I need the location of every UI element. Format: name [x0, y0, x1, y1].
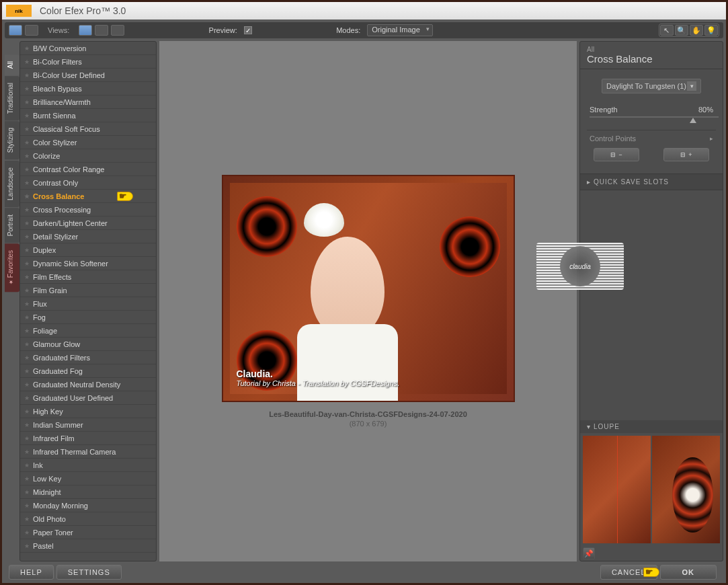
strength-value: 80%: [698, 106, 713, 114]
view-split-icon[interactable]: [95, 25, 108, 36]
remove-control-point-button[interactable]: ⊟−: [594, 148, 639, 161]
app-title: Color Efex Pro™ 3.0: [40, 5, 126, 16]
category-tab-landscape[interactable]: Landscape: [5, 161, 19, 207]
filter-item[interactable]: Cross Balance: [20, 190, 156, 203]
filter-item[interactable]: Film Grain: [20, 284, 156, 297]
settings-title: Cross Balance: [587, 53, 716, 65]
filter-item[interactable]: Color Stylizer: [20, 136, 156, 149]
filter-item[interactable]: Darken/Lighten Center: [20, 217, 156, 230]
triangle-right-icon: ▸: [587, 178, 591, 186]
filter-item[interactable]: Fog: [20, 311, 156, 324]
filter-item[interactable]: Ink: [20, 459, 156, 472]
zoom-tool-icon[interactable]: 🔍: [675, 25, 688, 36]
expand-icon[interactable]: ▸: [710, 135, 713, 142]
category-tab-all[interactable]: All: [5, 54, 19, 75]
filter-item[interactable]: Brilliance/Warmth: [20, 95, 156, 109]
quick-save-slots-header[interactable]: ▸ QUICK SAVE SLOTS: [580, 173, 723, 190]
preview-checkbox[interactable]: [244, 26, 252, 34]
loupe-after: [652, 436, 720, 543]
pointer-hand-icon: [643, 568, 659, 577]
app-chrome: Views: Preview: Modes: Original Image ↖ …: [2, 20, 726, 583]
slider-thumb-icon[interactable]: [690, 118, 696, 123]
filter-item[interactable]: Graduated Fog: [20, 364, 156, 378]
thumb-mode-2-icon[interactable]: [25, 25, 38, 36]
filter-item[interactable]: Contrast Only: [20, 176, 156, 190]
filter-item[interactable]: Bi-Color Filters: [20, 55, 156, 69]
image-filename: Les-Beautiful-Day-van-Christa-CGSFDesign…: [269, 410, 467, 418]
pointer-hand-icon: [117, 192, 133, 201]
light-tool-icon[interactable]: 💡: [704, 25, 718, 36]
app-window: nik Color Efex Pro™ 3.0 Views: Preview: …: [0, 0, 728, 585]
pointer-tool-icon[interactable]: ↖: [660, 25, 674, 36]
filter-item[interactable]: Monday Morning: [20, 499, 156, 512]
filter-item[interactable]: Bleach Bypass: [20, 82, 156, 95]
category-tabs: AllTraditionalStylizingLandscapePortrait…: [5, 41, 19, 561]
filter-item[interactable]: Infrared Film: [20, 432, 156, 445]
strength-label: Strength: [590, 106, 618, 114]
filter-item[interactable]: Foliage: [20, 324, 156, 338]
control-points-label: Control Points: [590, 134, 636, 143]
title-bar: nik Color Efex Pro™ 3.0: [2, 2, 726, 20]
filter-item[interactable]: Contrast Color Range: [20, 163, 156, 176]
settings-header: All Cross Balance: [580, 42, 723, 69]
help-button[interactable]: HELP: [9, 565, 54, 580]
filter-item[interactable]: Classical Soft Focus: [20, 122, 156, 136]
filter-item[interactable]: Dynamic Skin Softener: [20, 257, 156, 270]
filter-item[interactable]: Bi-Color User Defined: [20, 69, 156, 82]
app-body: AllTraditionalStylizingLandscapePortrait…: [5, 41, 723, 561]
filter-item[interactable]: Graduated User Defined: [20, 391, 156, 405]
filter-item[interactable]: Glamour Glow: [20, 338, 156, 351]
filter-list[interactable]: B/W ConversionBi-Color FiltersBi-Color U…: [19, 41, 157, 561]
loupe-header[interactable]: ▾ LOUPE: [580, 420, 723, 433]
pan-tool-icon[interactable]: ✋: [690, 25, 703, 36]
category-tab-traditional[interactable]: Traditional: [5, 76, 19, 120]
modes-dropdown[interactable]: Original Image: [367, 24, 433, 36]
filter-item[interactable]: Graduated Neutral Density: [20, 378, 156, 391]
settings-category: All: [587, 46, 716, 53]
method-dropdown[interactable]: Daylight To Tungsten (1) ▾: [602, 79, 701, 93]
loupe-view[interactable]: [580, 433, 723, 546]
filter-item[interactable]: Indian Summer: [20, 418, 156, 432]
filter-item[interactable]: Old Photo: [20, 512, 156, 526]
filter-item[interactable]: Infrared Thermal Camera: [20, 445, 156, 459]
modes-label: Modes:: [336, 26, 360, 34]
thumbnail-mode-group: [9, 25, 38, 36]
preview-label: Preview:: [209, 26, 237, 34]
chevron-down-icon: ▾: [687, 81, 696, 91]
filter-item[interactable]: Burnt Sienna: [20, 109, 156, 122]
top-toolbar: Views: Preview: Modes: Original Image ↖ …: [5, 22, 723, 38]
method-value: Daylight To Tungsten (1): [606, 82, 686, 90]
filter-item[interactable]: Film Effects: [20, 270, 156, 284]
thumb-mode-1-icon[interactable]: [9, 25, 22, 36]
views-group: [79, 25, 124, 36]
filter-item[interactable]: High Key: [20, 405, 156, 418]
settings-controls: Daylight To Tungsten (1) ▾ Strength 80% …: [580, 69, 723, 173]
filter-item[interactable]: Graduated Filters: [20, 351, 156, 364]
settings-panel: All Cross Balance Daylight To Tungsten (…: [579, 41, 723, 561]
watermark-overlay: claudia: [536, 243, 624, 290]
settings-button[interactable]: SETTINGS: [56, 565, 122, 580]
filter-item[interactable]: B/W Conversion: [20, 42, 156, 55]
category-tab-stylizing[interactable]: Stylizing: [5, 121, 19, 159]
pin-loupe-button[interactable]: 📌: [583, 547, 595, 559]
filter-item[interactable]: Flux: [20, 297, 156, 311]
filter-item[interactable]: Low Key: [20, 472, 156, 485]
filter-item[interactable]: Paper Toner: [20, 526, 156, 539]
category-tab-portrait[interactable]: Portrait: [5, 208, 19, 243]
filter-item[interactable]: Duplex: [20, 243, 156, 257]
tool-right-group: ↖ 🔍 ✋ 💡: [659, 24, 719, 37]
category-tab-favorites[interactable]: Favorites: [5, 243, 19, 292]
ok-button[interactable]: OK: [660, 565, 717, 580]
add-control-point-button[interactable]: ⊟+: [663, 148, 709, 161]
filter-item[interactable]: Cross Processing: [20, 203, 156, 217]
filter-item[interactable]: Detail Stylizer: [20, 230, 156, 243]
strength-slider[interactable]: [590, 116, 719, 118]
app-logo: nik: [6, 5, 32, 17]
image-dimensions: (870 x 679): [350, 420, 387, 428]
filter-item[interactable]: Midnight: [20, 485, 156, 499]
preview-image[interactable]: Claudia. Tutorial by Christa - Translati…: [222, 175, 515, 402]
filter-item[interactable]: Pastel: [20, 539, 156, 553]
view-single-icon[interactable]: [79, 25, 92, 36]
filter-item[interactable]: Colorize: [20, 149, 156, 163]
view-side-icon[interactable]: [111, 25, 124, 36]
